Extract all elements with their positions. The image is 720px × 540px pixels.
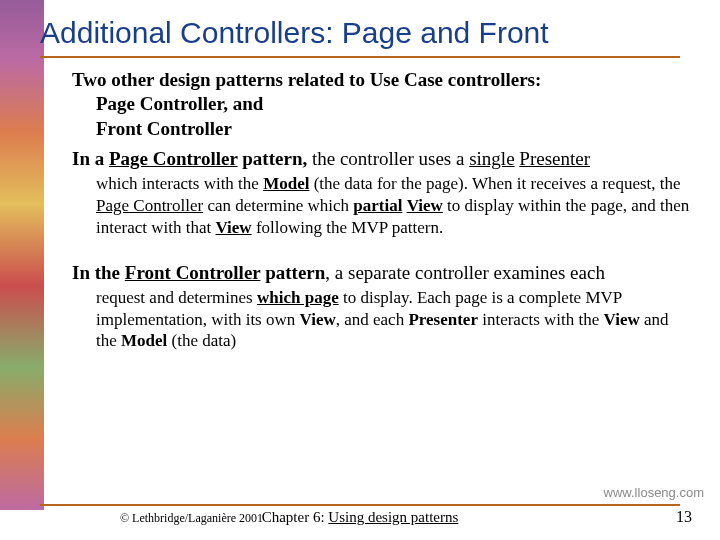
footer-chapter-u: Using design patterns xyxy=(328,509,458,525)
bullet-front-controller: Front Controller xyxy=(96,117,692,141)
fc-sub-d: interacts with the xyxy=(478,310,604,329)
fc-prefix: In the xyxy=(72,262,125,283)
pc-prefix: In a xyxy=(72,148,109,169)
page-controller-sub: which interacts with the Model (the data… xyxy=(96,173,692,238)
title-rule xyxy=(40,56,680,58)
pc-sub-b: (the data for the page). When it receive… xyxy=(309,174,680,193)
fc-view2: View xyxy=(604,310,640,329)
site-url: www.lloseng.com xyxy=(604,485,704,500)
fc-term: Front Controller xyxy=(125,262,261,283)
pc-presenter: Presenter xyxy=(519,148,590,169)
pc-term: Page Controller xyxy=(109,148,238,169)
fc-view: View xyxy=(300,310,336,329)
front-controller-para: In the Front Controller pattern, a separ… xyxy=(72,261,692,285)
spacer xyxy=(72,239,692,261)
footer-chapter-pre: Chapter 6: xyxy=(262,509,329,525)
footer-rule xyxy=(40,504,680,506)
fc-sub-a: request and determines xyxy=(96,288,257,307)
fc-presenter: Presenter xyxy=(408,310,478,329)
pc-model: Model xyxy=(263,174,309,193)
slide-body: Two other design patterns related to Use… xyxy=(72,68,692,352)
footer-chapter: Chapter 6: Using design patterns xyxy=(0,509,720,526)
footer-page-number: 13 xyxy=(676,508,692,526)
front-controller-sub: request and determines which page to dis… xyxy=(96,287,692,352)
pc-pc: Page Controller xyxy=(96,196,203,215)
pc-partial: partial xyxy=(353,196,402,215)
slide-title: Additional Controllers: Page and Front xyxy=(40,16,549,50)
pc-view2: View xyxy=(215,218,251,237)
bullet-page-controller: Page Controller, and xyxy=(96,92,692,116)
fc-sub-f: (the data) xyxy=(167,331,236,350)
fc-which: which page xyxy=(257,288,339,307)
pc-term-tail: pattern, xyxy=(238,148,308,169)
pc-rest1: the controller uses a xyxy=(307,148,469,169)
fc-model: Model xyxy=(121,331,167,350)
pc-sub-a: which interacts with the xyxy=(96,174,263,193)
pc-sub-f: following the MVP pattern. xyxy=(252,218,444,237)
fc-term-tail: pattern xyxy=(260,262,325,283)
page-controller-para: In a Page Controller pattern, the contro… xyxy=(72,147,692,171)
fc-sub-c: , and each xyxy=(336,310,409,329)
pc-sub-c: can determine which xyxy=(203,196,353,215)
fc-rest: , a separate controller examines each xyxy=(325,262,605,283)
pc-single: single xyxy=(469,148,514,169)
pc-view1: View xyxy=(407,196,443,215)
lead-line: Two other design patterns related to Use… xyxy=(72,68,692,92)
slide: Additional Controllers: Page and Front T… xyxy=(0,0,720,540)
accent-strip xyxy=(0,0,44,510)
